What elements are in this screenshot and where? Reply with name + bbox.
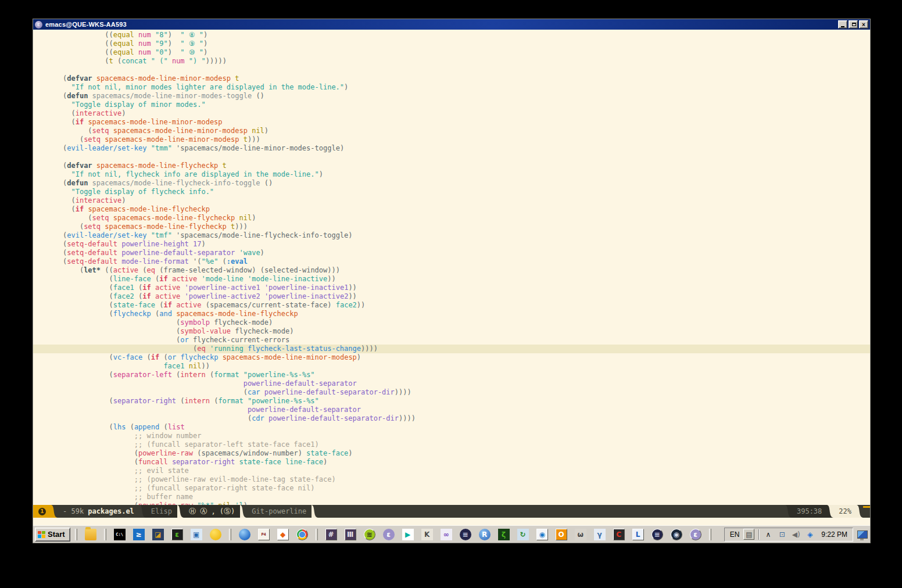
orange-o-icon[interactable]: O	[556, 529, 567, 540]
start-button[interactable]: Start	[35, 528, 70, 542]
gimp-icon[interactable]: ω	[575, 529, 586, 540]
code-line: (separator-right (intern (format "powerl…	[63, 397, 870, 406]
buffer-info[interactable]: - 59k packages.el	[58, 505, 139, 518]
dropbox-icon[interactable]: ◈	[805, 529, 815, 539]
gnu-icon[interactable]: K	[421, 529, 433, 540]
code-line: (if spacemacs-mode-line-flycheckp	[63, 205, 870, 214]
code-line: (eq 'running flycheck-last-status-change…	[33, 345, 870, 353]
code-line: (vc-face (if (or flycheckp spacemacs-mod…	[63, 353, 870, 362]
minor-modes-text: Ⓗ Ⓐ , (Ⓢ)	[189, 505, 235, 518]
emacs-sphere-icon[interactable]: ε	[383, 529, 395, 540]
bird-icon[interactable]: γ	[594, 529, 606, 540]
code-line: powerline-default-separator	[63, 406, 870, 414]
line-column: 395:38	[792, 505, 827, 518]
snake-icon[interactable]: ζ	[498, 529, 510, 540]
eclipse2-icon[interactable]: ≡	[652, 529, 663, 540]
code-line: ;; window number	[63, 432, 870, 440]
restore-icon	[852, 23, 856, 26]
code-line: ;; (powerline-raw evil-mode-line-tag sta…	[63, 475, 870, 484]
globe-icon[interactable]	[239, 529, 250, 540]
close-button[interactable]: ×	[859, 20, 868, 28]
folder-icon[interactable]	[85, 529, 96, 540]
powerline-separator	[857, 505, 863, 518]
powershell-icon[interactable]: ≥	[133, 529, 145, 540]
grip-handle[interactable]	[104, 529, 106, 540]
version-control[interactable]: Git-powerline	[246, 505, 312, 518]
code-line: "If not nil, flycheck info are displayed…	[63, 170, 870, 179]
emacs-sphere2-icon[interactable]: ε	[690, 529, 701, 540]
eye-icon[interactable]: ◉	[536, 529, 548, 540]
minimize-icon	[841, 26, 844, 27]
window-title: emacs@QUE-WKS-AA593	[45, 21, 127, 28]
code-line: (defun spacemacs/mode-line-minor-modes-t…	[63, 92, 870, 101]
code-line: "Toggle display of flycheck info."	[63, 188, 870, 196]
grip-handle[interactable]	[709, 529, 711, 540]
code-line: (face1 (if active 'powerline-active1 'po…	[63, 284, 870, 292]
grip-handle[interactable]	[316, 529, 318, 540]
code-line: (car powerline-default-separator-dir))))	[63, 388, 870, 397]
minor-modes[interactable]: Ⓗ Ⓐ , (Ⓢ)	[184, 505, 240, 518]
restore-button[interactable]	[849, 20, 858, 28]
volume-icon[interactable]: ◀)	[791, 529, 801, 539]
code-line: (setq-default powerline-height 17)	[63, 240, 870, 249]
window-titlebar[interactable]: ε emacs@QUE-WKS-AA593 ×	[33, 19, 870, 30]
code-line: ;; (funcall separator-right state-face n…	[63, 484, 870, 493]
code-line: (setq spacemacs-mode-line-flycheckp nil)	[63, 214, 870, 223]
tray-divider	[758, 529, 759, 540]
photos-icon[interactable]: ◪	[152, 529, 164, 540]
red-c-icon[interactable]: C	[613, 529, 625, 540]
grip-handle[interactable]	[75, 529, 77, 540]
code-line: (face2 (if active 'powerline-active2 'po…	[63, 292, 870, 301]
buffer-info-text: - 59k	[63, 505, 88, 518]
duck-icon[interactable]	[210, 529, 221, 540]
minimize-button[interactable]	[838, 20, 847, 28]
remote-desktop-icon[interactable]: ▣	[191, 529, 202, 540]
chrome-icon[interactable]	[296, 529, 308, 540]
code-line: (symbol-value flycheck-mode)	[63, 327, 870, 336]
major-mode[interactable]: Elisp	[146, 505, 177, 518]
powerline-separator	[51, 505, 58, 518]
hide-icons-chevron[interactable]: ∧	[763, 529, 773, 539]
network-icon[interactable]: ⊡	[777, 529, 787, 539]
taskbar-clock: 9:22 PM	[821, 530, 847, 539]
diamond-icon[interactable]: ◆	[277, 529, 289, 540]
code-line: (powerline-raw (spacemacs/window-number)…	[63, 449, 870, 458]
code-line: (interactive)	[63, 109, 870, 118]
modeline-right-cap	[863, 505, 870, 518]
code-line: ((equal num "8") " ⑧ ")	[63, 31, 870, 40]
l-icon[interactable]: L	[632, 529, 644, 540]
bars-icon[interactable]: Ⅲ	[345, 529, 356, 540]
show-desktop-icon[interactable]	[857, 529, 868, 540]
language-indicator[interactable]: EN	[730, 530, 740, 539]
r-icon[interactable]: R	[479, 529, 491, 540]
grip-handle[interactable]	[229, 529, 231, 540]
hash-icon[interactable]: #	[325, 529, 337, 540]
steam-icon[interactable]: ◉	[671, 529, 682, 540]
emacs-console-icon[interactable]: ε	[171, 529, 183, 540]
scroll-indicator	[863, 506, 870, 508]
powerline-separator	[827, 505, 833, 518]
eclipse-icon[interactable]: ≡	[460, 529, 471, 540]
echo-area[interactable]	[33, 518, 870, 525]
powerline-modeline: 1- 59k packages.elElispⒽ Ⓐ , (Ⓢ)Git-powe…	[33, 505, 870, 518]
code-line: "Toggle display of minor modes."	[63, 101, 870, 109]
gplay-icon[interactable]: ▶	[402, 529, 414, 540]
editor-buffer[interactable]: ((equal num "8") " ⑧ ") ((equal num "9")…	[33, 30, 870, 505]
code-line: (evil-leader/set-key "tmm" 'spacemacs/mo…	[63, 144, 870, 153]
emacs-app-icon: ε	[35, 21, 42, 28]
code-line: (t (concat " (" num ") ")))))	[63, 57, 870, 66]
start-button-label: Start	[48, 530, 65, 539]
keyboard-icon[interactable]: ▤	[743, 529, 754, 540]
windows-update-icon[interactable]: ↻	[517, 529, 529, 540]
close-icon: ×	[862, 21, 865, 28]
code-line: ;; (funcall separator-left state-face fa…	[63, 440, 870, 449]
cmd-icon[interactable]: C:\	[114, 529, 126, 540]
infinity-icon[interactable]: ∞	[441, 529, 452, 540]
code-line: (setq-default mode-line-format '("%e" (:…	[63, 257, 870, 266]
code-line: ((equal num "9") " ⑨ ")	[63, 40, 870, 48]
code-line	[63, 66, 870, 74]
p4-icon[interactable]: P4	[258, 529, 270, 540]
spotify-icon[interactable]: ≋	[364, 529, 375, 540]
powerline-separator	[785, 505, 792, 518]
major-mode-text: Elisp	[151, 505, 172, 518]
